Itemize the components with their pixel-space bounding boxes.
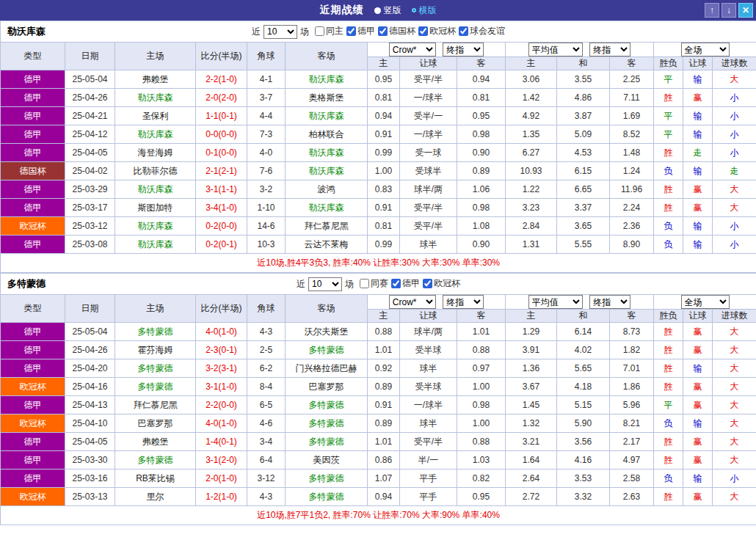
result-outcome: 平 xyxy=(654,396,683,414)
checkbox-input[interactable] xyxy=(346,26,356,36)
match-score: 0-2(0-1) xyxy=(196,235,247,254)
euro-draw-odds: 5.15 xyxy=(557,396,610,414)
euro-source-select[interactable]: 平均值 xyxy=(528,43,583,56)
asian-away-odds: 0.81 xyxy=(457,89,506,107)
asian-away-odds: 0.95 xyxy=(457,488,506,506)
league-type-badge: 德甲 xyxy=(1,470,65,488)
result-outcome: 平 xyxy=(654,107,683,125)
match-count-select[interactable]: 10 xyxy=(308,277,342,291)
league-type-badge: 德甲 xyxy=(1,199,65,217)
checkbox-input[interactable] xyxy=(391,279,401,288)
league-filter-checkbox[interactable]: 欧冠杯 xyxy=(415,25,456,37)
euro-away-odds: 7.11 xyxy=(610,89,654,107)
match-date: 25-04-26 xyxy=(65,89,115,107)
move-up-button[interactable]: ↑ xyxy=(705,3,719,18)
euro-time-select[interactable]: 终指 xyxy=(589,295,630,309)
checkbox-input[interactable] xyxy=(418,26,428,36)
odds-source-select[interactable]: Crow* xyxy=(389,43,436,56)
header-row-top: 类型 日期 主场 比分(半场) 角球 客场 Crow* 终指 平均值 终指 全场 xyxy=(1,43,756,57)
league-filter-checkbox[interactable]: 德甲 xyxy=(344,25,375,37)
home-team: 多特蒙德 xyxy=(115,359,196,378)
asian-handicap: 球半 xyxy=(400,414,457,433)
checkbox-input[interactable] xyxy=(378,26,388,36)
league-filter-checkbox[interactable]: 球会友谊 xyxy=(456,25,505,37)
move-down-button[interactable]: ↓ xyxy=(722,3,736,18)
home-team: 斯图加特 xyxy=(115,199,196,217)
scope-dropdown: 全场 xyxy=(654,43,756,57)
checkbox-input[interactable] xyxy=(315,26,324,36)
match-row: 德甲25-03-29勒沃库森3-1(1-1)3-2波鸿0.83球半/两1.061… xyxy=(1,180,756,199)
away-team: 拜仁慕尼黑 xyxy=(286,217,368,235)
euro-draw-odds: 4.53 xyxy=(557,144,610,162)
league-filter-checkbox[interactable]: 德国杯 xyxy=(375,25,415,37)
result-handicap: 赢 xyxy=(683,89,713,107)
asian-handicap: 受平/半 xyxy=(400,433,457,451)
corner-score: 2-5 xyxy=(247,341,286,359)
asian-away-odds: 0.88 xyxy=(457,433,506,451)
header-row-top: 类型 日期 主场 比分(半场) 角球 客场 Crow* 终指 平均值 终指 全场 xyxy=(1,295,756,310)
asian-home-odds: 0.91 xyxy=(368,125,400,144)
team-sections: 勒沃库森 近 10 场 同主德甲德国杯欧冠杯球会友谊 类型 日期 主场 比分(半… xyxy=(0,21,756,525)
scope-select[interactable]: 全场 xyxy=(681,43,730,56)
asian-home-odds: 1.01 xyxy=(368,433,400,451)
asian-handicap: 受平/半 xyxy=(400,70,457,89)
match-score: 1-2(1-0) xyxy=(196,488,247,506)
euro-away-odds: 2.58 xyxy=(610,470,654,488)
asian-handicap: 平手 xyxy=(400,488,457,506)
result-goals: 小 xyxy=(713,217,756,235)
euro-home-odds: 1.22 xyxy=(506,180,557,199)
league-type-badge: 欧冠杯 xyxy=(1,217,65,235)
league-filter-checkbox[interactable]: 欧冠杯 xyxy=(420,277,460,290)
euro-source-select[interactable]: 平均值 xyxy=(528,295,583,309)
corner-score: 4-4 xyxy=(247,107,286,125)
league-type-badge: 德甲 xyxy=(1,180,65,199)
odds-time-select[interactable]: 终指 xyxy=(443,43,484,56)
checkbox-input[interactable] xyxy=(459,26,468,36)
euro-time-select[interactable]: 终指 xyxy=(589,43,630,56)
layout-radio-vertical[interactable]: 竖版 xyxy=(374,4,401,17)
euro-away-odds: 1.24 xyxy=(610,162,654,180)
scope-select[interactable]: 全场 xyxy=(681,295,730,309)
col-header-home: 主场 xyxy=(115,43,196,70)
asian-handicap: 球半/两 xyxy=(400,180,457,199)
league-type-badge: 德甲 xyxy=(1,433,65,451)
home-team: 海登海姆 xyxy=(115,144,196,162)
league-filter-checkbox[interactable]: 同赛 xyxy=(357,277,388,290)
asian-home-odds: 0.95 xyxy=(368,70,400,89)
match-date: 25-03-30 xyxy=(65,451,115,470)
euro-home-odds: 3.21 xyxy=(506,433,557,451)
checkbox-label: 德甲 xyxy=(402,277,420,290)
match-date: 25-04-12 xyxy=(65,125,115,144)
corner-score: 3-7 xyxy=(247,89,286,107)
away-team: 多特蒙德 xyxy=(286,488,368,506)
result-outcome: 胜 xyxy=(654,180,683,199)
close-button[interactable]: ✕ xyxy=(738,3,753,18)
col-header-type: 类型 xyxy=(1,295,65,323)
away-team: 巴塞罗那 xyxy=(286,378,368,396)
euro-odds-dropdowns: 平均值 终指 xyxy=(506,295,654,310)
match-date: 25-04-02 xyxy=(65,162,115,180)
league-filter-checkbox[interactable]: 德甲 xyxy=(388,277,420,290)
layout-radio-horizontal[interactable]: 横版 xyxy=(412,4,437,17)
match-row: 德甲25-04-13拜仁慕尼黑2-2(0-0)6-5多特蒙德0.91一/球半0.… xyxy=(1,396,756,414)
match-row: 德甲25-03-30多特蒙德3-1(2-0)6-4美因茨0.86半/一1.031… xyxy=(1,451,756,470)
result-handicap: 赢 xyxy=(683,323,713,341)
odds-time-select[interactable]: 终指 xyxy=(443,295,484,309)
match-row: 欧冠杯25-03-13里尔1-2(1-0)4-3多特蒙德0.94平手0.952.… xyxy=(1,488,756,506)
checkbox-input[interactable] xyxy=(423,279,432,288)
league-filter-checkbox[interactable]: 同主 xyxy=(312,25,344,37)
euro-home-odds: 1.42 xyxy=(506,89,557,107)
away-team: 云达不莱梅 xyxy=(286,235,368,254)
match-row: 德甲25-03-08勒沃库森0-2(0-1)10-3云达不莱梅0.99球半0.9… xyxy=(1,235,756,254)
odds-source-select[interactable]: Crow* xyxy=(389,295,436,309)
match-score: 2-2(1-0) xyxy=(196,70,247,89)
match-score: 1-4(0-1) xyxy=(196,433,247,451)
euro-odds-dropdowns: 平均值 终指 xyxy=(506,43,654,57)
asian-away-odds: 1.06 xyxy=(457,180,506,199)
checkbox-input[interactable] xyxy=(360,279,369,288)
match-count-select[interactable]: 10 xyxy=(263,25,297,39)
match-date: 25-03-08 xyxy=(65,235,115,254)
asian-home-odds: 1.07 xyxy=(368,470,400,488)
match-row: 德国杯25-04-02比勒菲尔德2-1(2-1)7-6勒沃库森1.00受球半0.… xyxy=(1,162,756,180)
asian-handicap: 受平/半 xyxy=(400,199,457,217)
